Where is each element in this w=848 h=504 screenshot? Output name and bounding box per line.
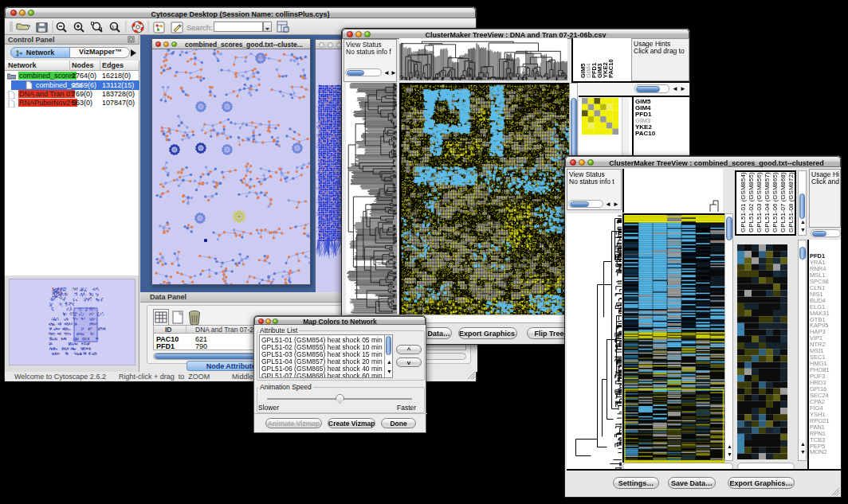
- svg-text:1:1: 1:1: [112, 25, 118, 29]
